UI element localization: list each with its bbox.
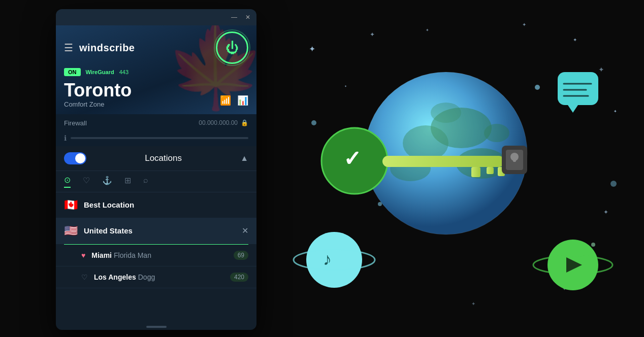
firewall-label: Firewall	[64, 119, 87, 127]
svg-text:✦: ✦	[344, 85, 347, 88]
app-logo: windscribe	[79, 42, 135, 54]
svg-point-14	[403, 125, 448, 161]
music-planet	[306, 232, 362, 288]
chevron-up-icon[interactable]: ▲	[240, 154, 248, 163]
locations-title: Locations	[145, 153, 182, 163]
title-bar: — ✕	[56, 9, 256, 25]
svg-text:✦: ✦	[426, 28, 429, 32]
illustration-wrapper: ✦ ✦ ✦ ✦ ✦ ✦ ✦ ✦ ✦ ✦ ✦ ✦	[263, 0, 629, 337]
location-name-us: United States	[84, 226, 236, 235]
flag-canada: 🇨🇦	[64, 198, 78, 212]
flag-us: 🇺🇸	[64, 224, 78, 238]
on-badge: ON	[64, 68, 81, 76]
tab-all[interactable]: ⊙	[64, 175, 71, 188]
menu-icon[interactable]: ☰	[64, 42, 73, 54]
tab-static[interactable]: ⚓	[102, 176, 112, 187]
tab-streaming[interactable]: ⊞	[124, 176, 131, 187]
server-ping-la: 420	[230, 273, 248, 282]
svg-text:✦: ✦	[370, 31, 375, 38]
toggle-switch[interactable]	[64, 152, 86, 164]
locations-panel: Locations ▲ ⊙ ♡ ⚓ ⊞ ⌕ 🇨🇦 Best Location 🇺…	[56, 146, 256, 330]
key-tooth-1	[471, 167, 480, 177]
scrollbar-indicator	[146, 326, 167, 328]
status-badges: ON WireGuard 443	[64, 68, 248, 76]
svg-text:✦: ✦	[573, 37, 577, 43]
signal-icon: 📊	[237, 95, 248, 106]
tab-search[interactable]: ⌕	[143, 176, 148, 187]
music-note-icon: ♪	[323, 249, 332, 268]
illustration-svg: ✦ ✦ ✦ ✦ ✦ ✦ ✦ ✦ ✦ ✦ ✦ ✦	[268, 11, 624, 326]
svg-text:✦: ✦	[603, 209, 608, 216]
particle-5	[591, 243, 595, 247]
svg-text:✦: ✦	[614, 109, 617, 114]
checkmark-icon: ✓	[343, 147, 361, 171]
key-shaft	[382, 156, 504, 167]
tab-favorites[interactable]: ♡	[83, 176, 90, 187]
particle-3	[610, 181, 617, 187]
header-indicators: 📶 📊	[220, 95, 248, 106]
locations-list[interactable]: 🇨🇦 Best Location 🇺🇸 United States ✕ ♥ Mi…	[56, 192, 256, 324]
server-item-la[interactable]: ♡ Los AngelesDogg 420	[56, 266, 256, 288]
svg-text:✦: ✦	[522, 22, 526, 27]
power-button[interactable]: ⏻	[216, 31, 248, 64]
slider-track[interactable]	[71, 137, 248, 139]
firewall-bar: Firewall 00.000.000.00 🔒	[56, 114, 256, 132]
svg-point-18	[484, 124, 509, 142]
svg-text:✦: ✦	[598, 65, 604, 74]
particle-4	[311, 120, 316, 125]
server-item-miami[interactable]: ♥ MiamiFlorida Man 69	[56, 245, 256, 266]
chat-bubble	[558, 72, 598, 105]
chat-tail	[568, 105, 578, 113]
particle-2	[378, 202, 382, 206]
toggle-knob	[75, 153, 85, 163]
app-header: 🍁 ☰ windscribe ⏻ ON WireGuard 443 Toront…	[56, 25, 256, 114]
location-item-best[interactable]: 🇨🇦 Best Location	[56, 192, 256, 218]
key-tooth-2	[487, 167, 494, 174]
port-badge: 443	[119, 69, 128, 75]
key-lock-slot	[513, 157, 516, 162]
svg-text:✦: ✦	[309, 45, 315, 53]
minimize-button[interactable]: —	[231, 14, 237, 21]
svg-text:✦: ✦	[471, 301, 475, 307]
power-ring	[214, 29, 250, 66]
location-item-us[interactable]: 🇺🇸 United States ✕	[56, 218, 256, 244]
heart-outline-icon[interactable]: ♡	[81, 273, 88, 281]
location-close-icon[interactable]: ✕	[242, 226, 248, 235]
header-top: ☰ windscribe ⏻	[64, 31, 248, 64]
close-button[interactable]: ✕	[245, 14, 250, 21]
lock-icon: 🔒	[241, 119, 248, 126]
protocol-badge: WireGuard	[86, 69, 114, 75]
location-name-best: Best Location	[84, 200, 248, 209]
server-city-la: Los AngelesDogg	[94, 273, 155, 282]
server-city-miami: MiamiFlorida Man	[91, 251, 151, 260]
server-ping-miami: 69	[234, 251, 248, 260]
firewall-ip: 00.000.000.00 🔒	[199, 119, 248, 126]
locations-header: Locations ▲	[56, 146, 256, 171]
heart-filled-icon[interactable]: ♥	[81, 251, 85, 259]
svg-point-17	[431, 103, 461, 123]
vpn-app-window: — ✕ 🍁 ☰ windscribe ⏻ ON WireGuard 443 To…	[56, 9, 256, 330]
slider-bar: ℹ	[56, 132, 256, 146]
wifi-icon: 📶	[220, 95, 231, 106]
info-icon[interactable]: ℹ	[64, 134, 67, 142]
locations-tabs: ⊙ ♡ ⚓ ⊞ ⌕	[56, 171, 256, 192]
particle-1	[535, 85, 540, 90]
ip-address: 00.000.000.00	[199, 119, 238, 126]
